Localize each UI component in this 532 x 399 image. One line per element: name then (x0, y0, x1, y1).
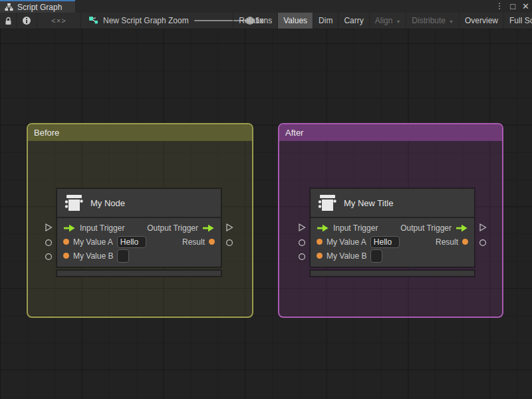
output-trigger-label: Output Trigger (400, 223, 452, 233)
ext-result-port[interactable] (225, 239, 233, 247)
unit-node-icon (317, 194, 337, 212)
input-trigger-label: Input Trigger (333, 223, 378, 233)
ext-flow-output-port[interactable] (225, 223, 233, 231)
distribute-label: Distribute (412, 16, 446, 25)
value-b-input[interactable] (370, 249, 382, 263)
graph-asset[interactable]: New Script Graph (88, 13, 166, 29)
lock-icon (5, 17, 12, 25)
toolbar-toggles: Relations Values Dim Carry Align ▼ Distr… (233, 13, 532, 29)
node-footer (57, 270, 221, 277)
close-icon[interactable]: ✕ (522, 0, 529, 13)
flow-out-arrow-icon[interactable] (202, 224, 215, 232)
align-label: Align (375, 16, 393, 25)
port-row-flow: Input Trigger Output Trigger (57, 221, 221, 235)
port-row-value-b: My Value B (311, 249, 474, 263)
zoom-label: Zoom (168, 16, 189, 25)
port-row-value-a: My Value A Result (311, 235, 474, 249)
result-port-icon[interactable] (209, 239, 215, 245)
input-trigger-label: Input Trigger (80, 223, 124, 233)
relations-toggle[interactable]: Relations (233, 13, 277, 29)
node-title: My New Title (344, 198, 393, 208)
maximize-icon[interactable]: □ (510, 0, 515, 13)
script-graph-icon (5, 3, 13, 11)
ext-value-b-port[interactable] (298, 253, 306, 261)
graph-toolbar: <×> New Script Graph Zoom 1x Relations V… (0, 13, 532, 29)
value-b-port-icon[interactable] (63, 253, 69, 259)
result-port-icon[interactable] (462, 239, 468, 245)
value-b-input[interactable] (117, 249, 129, 263)
node-title-bar[interactable]: My Node (57, 189, 221, 218)
node-title-bar[interactable]: My New Title (311, 189, 474, 218)
graph-canvas[interactable]: Before After (0, 29, 532, 399)
ext-flow-input-port[interactable] (45, 223, 53, 231)
node-ports: Input Trigger Output Trigger My Value A … (311, 218, 474, 267)
value-a-label: My Value A (327, 237, 366, 247)
node-ports: Input Trigger Output Trigger My Value A … (57, 218, 221, 267)
group-before-label: Before (34, 128, 59, 138)
port-row-value-a: My Value A Result (57, 235, 221, 249)
carry-toggle[interactable]: Carry (338, 13, 368, 29)
ext-value-a-port[interactable] (298, 239, 306, 247)
port-row-flow: Input Trigger Output Trigger (311, 221, 474, 235)
result-label: Result (436, 237, 458, 247)
group-after-label: After (285, 128, 303, 138)
value-a-label: My Value A (73, 237, 113, 247)
info-icon (22, 16, 31, 25)
align-dropdown[interactable]: Align ▼ (369, 13, 406, 29)
flow-in-arrow-icon[interactable] (63, 224, 76, 232)
value-b-label: My Value B (327, 251, 366, 261)
window-menu-icon[interactable]: ⋮ (495, 0, 503, 13)
tab-title: Script Graph (17, 3, 62, 12)
value-a-port-icon[interactable] (63, 239, 69, 245)
result-label: Result (182, 237, 205, 247)
group-before-header[interactable]: Before (28, 124, 252, 141)
value-b-port-icon[interactable] (317, 253, 323, 259)
node-my-node[interactable]: My Node Input Trigger Output Trigger (57, 188, 221, 277)
value-a-input[interactable] (117, 236, 146, 248)
values-label: Values (283, 16, 307, 25)
graph-asset-icon (88, 16, 98, 25)
chevron-down-icon: ▼ (449, 19, 454, 24)
fullscreen-button[interactable]: Full Screen (503, 13, 532, 29)
ext-value-b-port[interactable] (45, 253, 53, 261)
ext-value-a-port[interactable] (45, 239, 53, 247)
info-button[interactable] (17, 13, 37, 29)
value-b-label: My Value B (73, 251, 113, 261)
flow-in-arrow-icon[interactable] (317, 224, 329, 232)
group-after-header[interactable]: After (279, 124, 502, 141)
ext-flow-output-port[interactable] (479, 223, 487, 231)
values-toggle[interactable]: Values (277, 13, 313, 29)
window-controls: ⋮ □ ✕ (495, 0, 529, 13)
node-title: My Node (90, 198, 125, 208)
chevron-down-icon: ▼ (396, 19, 400, 24)
node-my-new-title[interactable]: My New Title Input Trigger Output Trigge… (310, 188, 475, 277)
node-footer (310, 270, 475, 277)
unit-node-icon (64, 194, 84, 212)
carry-label: Carry (344, 16, 363, 25)
tab-bar: Script Graph ⋮ □ ✕ (0, 0, 532, 13)
value-a-input[interactable] (370, 236, 400, 248)
ext-flow-input-port[interactable] (298, 223, 306, 231)
dim-toggle[interactable]: Dim (313, 13, 338, 29)
code-brackets-icon: <×> (51, 17, 66, 25)
lock-button[interactable] (0, 13, 17, 29)
code-preview-button[interactable]: <×> (37, 13, 81, 29)
relations-label: Relations (239, 16, 272, 25)
graph-asset-name: New Script Graph (103, 16, 166, 25)
ext-result-port[interactable] (479, 239, 487, 247)
dim-label: Dim (319, 16, 332, 25)
flow-out-arrow-icon[interactable] (456, 224, 468, 232)
tab-script-graph[interactable]: Script Graph (0, 0, 75, 13)
port-row-value-b: My Value B (57, 249, 221, 263)
fullscreen-label: Full Screen (509, 16, 532, 25)
output-trigger-label: Output Trigger (147, 223, 198, 233)
overview-label: Overview (465, 16, 498, 25)
value-a-port-icon[interactable] (317, 239, 323, 245)
distribute-dropdown[interactable]: Distribute ▼ (406, 13, 459, 29)
overview-button[interactable]: Overview (459, 13, 503, 29)
